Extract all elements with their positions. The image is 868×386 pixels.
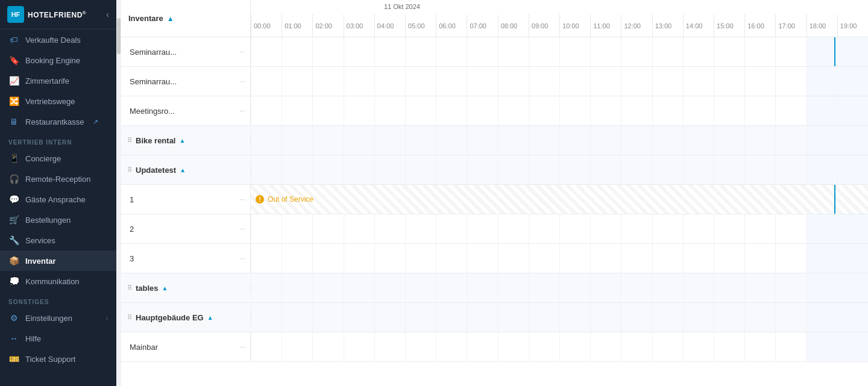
cal-cell <box>344 214 374 243</box>
cal-cell <box>744 155 775 184</box>
inventar-icon: 📦 <box>8 256 19 266</box>
cal-cell <box>652 214 683 243</box>
sidebar-item-hilfe[interactable]: ↔ Hilfe <box>0 328 116 349</box>
cal-cell <box>837 332 868 361</box>
cal-cell <box>652 155 683 184</box>
cal-cell <box>652 126 683 155</box>
cal-cell <box>590 67 621 96</box>
sidebar-item-inventar[interactable]: 📦 Inventar <box>0 251 116 271</box>
cal-cell <box>559 67 590 96</box>
row-menu-button[interactable]: ··· <box>239 225 245 233</box>
cal-cell <box>590 303 621 332</box>
cal-cell <box>837 155 868 184</box>
table-row: 2 ··· <box>121 214 868 244</box>
time-label-18:00: 18:00 <box>807 14 837 37</box>
cal-cell <box>344 155 374 184</box>
group-collapse-icon[interactable]: ▲ <box>180 167 186 173</box>
cal-cell <box>436 273 467 302</box>
sidebar-item-verkaufte-deals[interactable]: 🏷 Verkaufte Deals <box>0 30 116 50</box>
sidebar-collapse-button[interactable]: ‹ <box>106 10 109 19</box>
cal-cell <box>344 96 374 125</box>
cal-cell <box>683 244 714 273</box>
cal-cell <box>498 273 529 302</box>
cal-cell <box>251 244 281 273</box>
row-menu-button[interactable]: ··· <box>239 254 245 263</box>
row-menu-button[interactable]: ··· <box>239 48 245 56</box>
sidebar-item-einstellungen[interactable]: ⚙ Einstellungen › <box>0 308 116 328</box>
settings-icon: ⚙ <box>8 313 19 323</box>
drag-handle-icon[interactable]: ⠿ <box>127 314 132 322</box>
row-cells <box>251 67 868 96</box>
sidebar-item-services[interactable]: 🔧 Services <box>0 230 116 251</box>
sidebar-item-concierge[interactable]: 📱 Concierge <box>0 148 116 169</box>
cal-cell <box>467 37 497 66</box>
row-menu-button[interactable]: ··· <box>239 107 245 115</box>
cal-cell <box>590 244 621 273</box>
sidebar-item-ticket-support[interactable]: 🎫 Ticket Support <box>0 349 116 369</box>
cal-cell <box>344 303 374 332</box>
cal-cell <box>467 244 497 273</box>
cal-cell <box>436 303 467 332</box>
sidebar-item-zimmertarife[interactable]: 📈 Zimmertarife <box>0 70 116 91</box>
sidebar-item-remote-reception[interactable]: 🎧 Remote-Reception <box>0 169 116 189</box>
cal-cell <box>807 96 837 125</box>
cal-cell <box>374 332 405 361</box>
cal-cell <box>405 244 436 273</box>
cal-cell <box>467 67 497 96</box>
cal-cell <box>837 273 868 302</box>
cal-cell <box>807 244 837 273</box>
group-collapse-icon[interactable]: ▲ <box>207 314 213 321</box>
cal-cell <box>621 303 652 332</box>
cal-cell <box>281 214 312 243</box>
sidebar-item-kommunikation[interactable]: 💭 Kommunikation <box>0 271 116 291</box>
table-row: Seminarrau... ··· <box>121 37 868 67</box>
cal-cell <box>621 214 652 243</box>
sidebar-item-bestellungen[interactable]: 🛒 Bestellungen <box>0 210 116 230</box>
cal-cell <box>374 96 405 125</box>
cal-cell <box>344 244 374 273</box>
drag-handle-icon[interactable]: ⠿ <box>127 166 132 174</box>
drag-handle-icon[interactable]: ⠿ <box>127 137 132 145</box>
scrollbar-thumb[interactable] <box>117 18 121 54</box>
cal-cell <box>405 126 436 155</box>
sidebar-item-restaurantkasse[interactable]: 🖥 Restaurantkasse ↗ <box>0 111 116 132</box>
sort-icon[interactable]: ▲ <box>167 14 174 23</box>
group-label-updatetest: ⠿ Updatetest ▲ <box>121 166 251 175</box>
row-label-seminarraum2: Seminarrau... ··· <box>121 67 251 96</box>
cal-cell <box>374 67 405 96</box>
row-cells <box>251 244 868 273</box>
cal-cell <box>559 332 590 361</box>
cal-cell <box>807 303 837 332</box>
cal-cell <box>405 96 436 125</box>
time-label-17:00: 17:00 <box>775 14 806 37</box>
sidebar-item-vertriebswege[interactable]: 🔀 Vertriebswege <box>0 91 116 111</box>
cal-cell <box>344 67 374 96</box>
cal-cell <box>529 155 559 184</box>
hilfe-icon: ↔ <box>8 334 19 343</box>
cal-cell <box>652 244 683 273</box>
zimmer-icon: 📈 <box>8 76 19 86</box>
cal-cell <box>559 96 590 125</box>
sidebar-item-booking-engine[interactable]: 🔖 Booking Engine <box>0 50 116 70</box>
cal-cell <box>807 332 837 361</box>
time-label-19:00: 19:00 <box>837 14 868 37</box>
cal-cell <box>405 155 436 184</box>
cal-cell <box>498 244 529 273</box>
row-menu-button[interactable]: ··· <box>239 343 245 351</box>
sidebar-item-gaeste-ansprache[interactable]: 💬 Gäste Ansprache <box>0 189 116 210</box>
cal-cell <box>714 155 744 184</box>
sidebar-scrollbar[interactable] <box>116 0 121 386</box>
cal-cell <box>744 273 775 302</box>
cal-cell <box>807 126 837 155</box>
bestellungen-icon: 🛒 <box>8 215 19 225</box>
group-collapse-icon[interactable]: ▲ <box>179 137 185 144</box>
row-menu-button[interactable]: ··· <box>239 195 245 204</box>
row-menu-button[interactable]: ··· <box>239 77 245 86</box>
group-collapse-icon[interactable]: ▲ <box>162 285 168 291</box>
cal-cell <box>281 96 312 125</box>
sidebar-logo: HF HOTELFRIEND® <box>7 6 86 23</box>
cal-cell <box>281 155 312 184</box>
cal-cell <box>251 273 281 302</box>
drag-handle-icon[interactable]: ⠿ <box>127 284 132 292</box>
time-label-00:00: 00:00 <box>251 14 281 37</box>
